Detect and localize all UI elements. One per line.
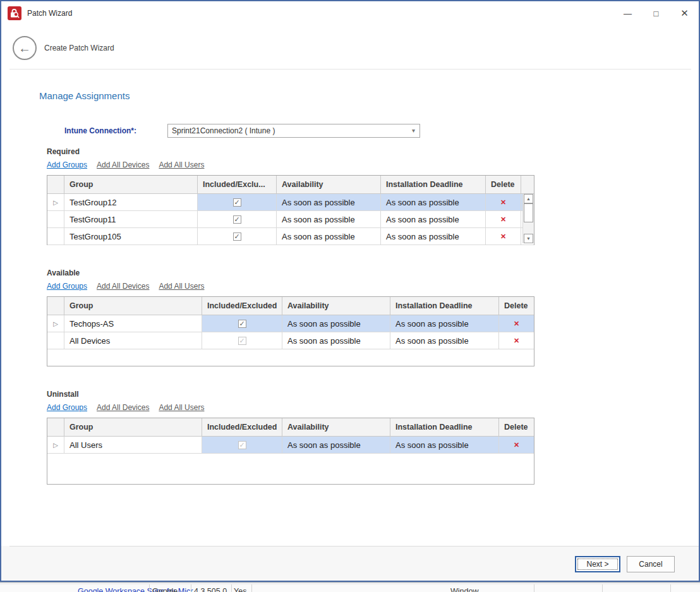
delete-cell: ✕ xyxy=(499,437,534,453)
next-button[interactable]: Next > xyxy=(575,556,620,572)
add-all-devices-link[interactable]: Add All Devices xyxy=(97,160,149,169)
section-title: Available xyxy=(47,269,699,277)
group-cell: All Users xyxy=(64,437,202,453)
availability-cell: As soon as possible xyxy=(282,315,390,332)
column-header-expander xyxy=(47,297,64,315)
background-column-separator xyxy=(231,584,232,592)
delete-button[interactable]: ✕ xyxy=(514,320,519,328)
title-bar: Patch Wizard — □ ✕ xyxy=(1,1,699,25)
section-links: Add GroupsAdd All DevicesAdd All Users xyxy=(47,160,699,169)
column-header-expander xyxy=(47,418,64,436)
installation-deadline-cell: As soon as possible xyxy=(390,315,499,332)
assignment-section-required: RequiredAdd GroupsAdd All DevicesAdd All… xyxy=(47,147,699,245)
column-header-delete: Delete xyxy=(499,418,534,436)
installation-deadline-cell: As soon as possible xyxy=(381,194,486,210)
column-header-group: Group xyxy=(64,418,202,436)
background-column-separator xyxy=(534,584,534,592)
table-row[interactable]: TestGroup11✓As soon as possibleAs soon a… xyxy=(47,211,534,228)
section-title: Uninstall xyxy=(47,390,699,399)
background-column-separator xyxy=(191,584,191,592)
column-header-availability: Availability xyxy=(282,418,390,436)
table-row[interactable]: ▷TestGroup12✓As soon as possibleAs soon … xyxy=(47,194,534,211)
intune-connection-dropdown[interactable]: Sprint21Connection2 ( Intune ) ▾ xyxy=(167,124,420,138)
column-header-delete: Delete xyxy=(486,176,521,193)
delete-button[interactable]: ✕ xyxy=(500,233,506,241)
group-cell: TestGroup11 xyxy=(64,211,198,227)
vertical-scrollbar[interactable]: ▲▼ xyxy=(522,194,534,243)
column-header-availability: Availability xyxy=(277,176,381,193)
add-groups-link[interactable]: Add Groups xyxy=(47,282,87,291)
close-icon[interactable]: ✕ xyxy=(670,1,699,25)
table-row[interactable]: ▷Techops-AS✓As soon as possibleAs soon a… xyxy=(47,315,534,332)
included-checkbox[interactable]: ✓ xyxy=(238,320,246,328)
back-arrow-icon: ← xyxy=(18,41,31,56)
column-header-included-excluded: Included/Excluded xyxy=(202,297,282,315)
connection-row: Intune Connection*: Sprint21Connection2 … xyxy=(64,124,699,138)
header-divider xyxy=(9,69,691,69)
row-expander-icon[interactable]: ▷ xyxy=(53,442,58,449)
included-cell: ✓ xyxy=(198,228,277,245)
availability-cell: As soon as possible xyxy=(277,194,381,210)
table-row[interactable]: All Devices✓As soon as possibleAs soon a… xyxy=(47,332,534,349)
installation-deadline-cell: As soon as possible xyxy=(390,437,499,453)
window-title: Patch Wizard xyxy=(27,9,72,18)
background-column-separator xyxy=(251,584,252,592)
intune-connection-value: Sprint21Connection2 ( Intune ) xyxy=(172,126,275,135)
grid-header-row: GroupIncluded/Exclu...AvailabilityInstal… xyxy=(47,176,534,194)
delete-button[interactable]: ✕ xyxy=(514,441,519,449)
cancel-button[interactable]: Cancel xyxy=(627,556,675,572)
grid-header-row: GroupIncluded/ExcludedAvailabilityInstal… xyxy=(47,297,534,315)
table-row[interactable]: ▷All Users✓As soon as possibleAs soon as… xyxy=(47,437,534,454)
maximize-icon[interactable]: □ xyxy=(642,1,670,25)
column-header-installation-deadline: Installation Deadline xyxy=(390,418,499,436)
included-cell: ✓ xyxy=(202,437,282,453)
installation-deadline-cell: As soon as possible xyxy=(381,228,486,245)
add-all-users-link[interactable]: Add All Users xyxy=(159,160,204,169)
delete-button[interactable]: ✕ xyxy=(500,198,506,207)
intune-connection-label: Intune Connection*: xyxy=(64,126,167,135)
patch-lock-icon xyxy=(8,6,21,20)
section-title: Required xyxy=(47,147,699,156)
add-all-users-link[interactable]: Add All Users xyxy=(159,403,204,412)
assignment-section-available: AvailableAdd GroupsAdd All DevicesAdd Al… xyxy=(47,269,699,366)
minimize-icon[interactable]: — xyxy=(613,1,642,25)
background-grid-text: 4.3.505.0 xyxy=(194,587,227,592)
scroll-up-icon[interactable]: ▲ xyxy=(524,194,533,203)
table-row[interactable]: TestGroup105✓As soon as possibleAs soon … xyxy=(47,228,534,245)
column-header-gutter xyxy=(521,176,534,193)
page-content: Manage Assignments Intune Connection*: S… xyxy=(1,90,699,485)
background-column-separator xyxy=(149,584,150,592)
add-groups-link[interactable]: Add Groups xyxy=(47,403,87,412)
group-cell: All Devices xyxy=(64,332,202,349)
row-expander-icon[interactable]: ▷ xyxy=(53,320,58,327)
footer-divider xyxy=(9,546,699,547)
delete-cell: ✕ xyxy=(486,194,521,210)
delete-button[interactable]: ✕ xyxy=(500,215,506,224)
row-expander-icon[interactable]: ▷ xyxy=(53,199,58,206)
add-groups-link[interactable]: Add Groups xyxy=(47,160,87,169)
add-all-users-link[interactable]: Add All Users xyxy=(159,282,204,291)
row-expander-cell xyxy=(47,228,64,245)
delete-cell: ✕ xyxy=(486,211,521,227)
wizard-title: Create Patch Wizard xyxy=(44,44,114,52)
row-expander-cell xyxy=(47,211,64,227)
add-all-devices-link[interactable]: Add All Devices xyxy=(97,403,149,412)
column-header-group: Group xyxy=(64,176,198,193)
included-checkbox: ✓ xyxy=(238,337,246,345)
add-all-devices-link[interactable]: Add All Devices xyxy=(97,282,149,291)
background-column-separator xyxy=(670,584,671,592)
page-title: Manage Assignments xyxy=(39,90,699,101)
delete-button[interactable]: ✕ xyxy=(514,337,519,345)
wizard-header: ← Create Patch Wizard xyxy=(1,25,699,68)
included-checkbox[interactable]: ✓ xyxy=(233,198,241,207)
assignments-grid: GroupIncluded/ExcludedAvailabilityInstal… xyxy=(47,296,534,366)
assignment-sections: RequiredAdd GroupsAdd All DevicesAdd All… xyxy=(47,147,699,485)
assignments-grid: GroupIncluded/Exclu...AvailabilityInstal… xyxy=(47,175,534,245)
included-checkbox[interactable]: ✓ xyxy=(233,215,241,224)
scrollbar-thumb[interactable] xyxy=(524,203,533,222)
back-button[interactable]: ← xyxy=(13,36,37,60)
assignments-grid: GroupIncluded/ExcludedAvailabilityInstal… xyxy=(47,418,534,485)
scroll-down-icon[interactable]: ▼ xyxy=(524,234,533,243)
background-column-separator xyxy=(602,584,603,592)
included-checkbox[interactable]: ✓ xyxy=(233,233,241,241)
